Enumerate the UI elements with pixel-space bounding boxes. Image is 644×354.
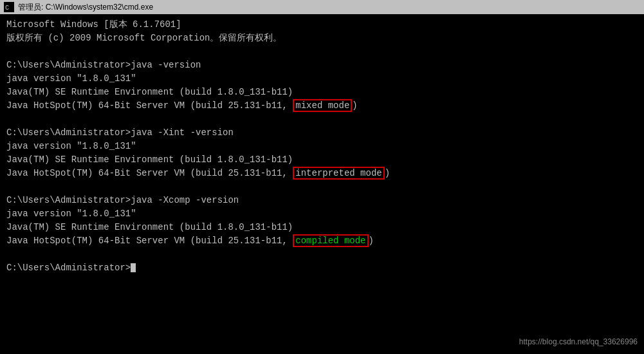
- line-java-runtime-3: Java(TM) SE Runtime Environment (build 1…: [6, 221, 638, 234]
- line-blank-3: [6, 180, 638, 194]
- line-java-hotspot-2: Java HotSpot(TM) 64-Bit Server VM (build…: [6, 167, 638, 180]
- line-blank-1: [6, 45, 638, 59]
- compiled-mode-highlight: compiled mode: [293, 234, 368, 247]
- line-java-version-2: java version "1.8.0_131": [6, 140, 638, 153]
- line-cmd-java-version: C:\Users\Administrator>java -version: [6, 59, 638, 72]
- line-blank-2: [6, 113, 638, 126]
- line-java-version-1: java version "1.8.0_131": [6, 72, 638, 86]
- interpreted-mode-highlight: interpreted mode: [293, 167, 384, 180]
- mixed-mode-highlight: mixed mode: [293, 99, 352, 112]
- line-prompt-cursor: C:\Users\Administrator>: [6, 261, 638, 275]
- terminal: Microsoft Windows [版本 6.1.7601] 版权所有 (c)…: [0, 14, 644, 354]
- cursor: [131, 263, 136, 272]
- line-java-hotspot-1: Java HotSpot(TM) 64-Bit Server VM (build…: [6, 99, 638, 113]
- line-java-version-3: java version "1.8.0_131": [6, 207, 638, 221]
- line-java-runtime-1: Java(TM) SE Runtime Environment (build 1…: [6, 86, 638, 99]
- title-bar: C 管理员: C:\Windows\system32\cmd.exe: [0, 0, 644, 14]
- line-cmd-xint: C:\Users\Administrator>java -Xint -versi…: [6, 126, 638, 140]
- svg-text:C: C: [5, 5, 9, 12]
- line-blank-4: [6, 248, 638, 261]
- line-win-version: Microsoft Windows [版本 6.1.7601]: [6, 18, 638, 32]
- line-cmd-xcomp: C:\Users\Administrator>java -Xcomp -vers…: [6, 194, 638, 207]
- cmd-icon: C: [4, 2, 14, 12]
- line-java-hotspot-3: Java HotSpot(TM) 64-Bit Server VM (build…: [6, 234, 638, 248]
- title-bar-text: 管理员: C:\Windows\system32\cmd.exe: [18, 2, 640, 13]
- line-copyright: 版权所有 (c) 2009 Microsoft Corporation。保留所有…: [6, 32, 638, 45]
- watermark: https://blog.csdn.net/qq_33626996: [519, 336, 638, 348]
- line-java-runtime-2: Java(TM) SE Runtime Environment (build 1…: [6, 153, 638, 167]
